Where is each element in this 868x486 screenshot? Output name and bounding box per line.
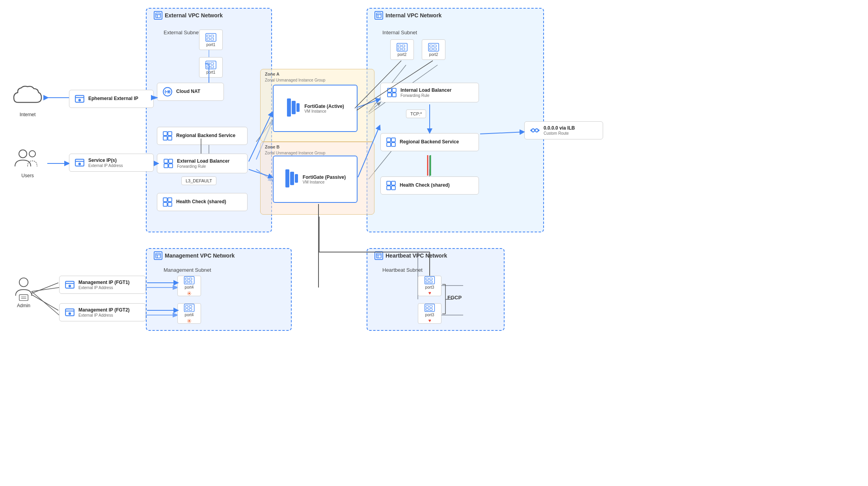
mgmt-ip-fgt1-title: Management IP (FGT1) xyxy=(78,280,130,286)
port2-left-box[interactable]: port2 xyxy=(390,39,414,60)
svg-rect-76 xyxy=(163,202,167,206)
custom-route-node[interactable]: 0.0.0.0 via ILB Custom Route xyxy=(524,121,603,139)
svg-rect-66 xyxy=(164,159,168,163)
svg-rect-52 xyxy=(211,38,214,40)
port4-bottom-box[interactable]: port4 xyxy=(177,303,201,324)
svg-point-38 xyxy=(19,150,27,158)
heart-icon-top: ♥ xyxy=(428,290,431,296)
svg-line-21 xyxy=(32,291,59,315)
svg-rect-74 xyxy=(163,198,167,202)
svg-rect-85 xyxy=(287,98,291,117)
svg-point-126 xyxy=(538,130,540,132)
custom-route-icon xyxy=(529,125,540,136)
gear-icon-bottom xyxy=(187,319,192,323)
svg-rect-112 xyxy=(391,143,395,147)
zone-b-sublabel: Zonal Unmanaged Instance Group xyxy=(265,151,325,155)
heartbeat-vpc-label: Heartbeat VPC Network xyxy=(386,252,447,259)
external-vpc-label: External VPC Network xyxy=(165,12,223,19)
svg-rect-101 xyxy=(387,88,391,92)
admin-icon-group: Admin xyxy=(12,276,35,308)
svg-rect-88 xyxy=(285,169,289,187)
svg-rect-150 xyxy=(430,306,432,308)
external-lb-title: External Load Balancer xyxy=(177,158,229,165)
svg-rect-119 xyxy=(387,186,391,190)
svg-rect-111 xyxy=(387,143,391,147)
cloud-nat-node[interactable]: Cloud NAT xyxy=(157,83,224,101)
regional-backend-int-node[interactable]: Regional Backend Service xyxy=(380,133,479,151)
svg-rect-32 xyxy=(156,253,160,258)
port3-top-box[interactable]: port3 ♥ xyxy=(418,276,441,296)
svg-rect-144 xyxy=(426,278,428,280)
management-vpc-label: Management VPC Network xyxy=(165,252,235,259)
fortigate-active-subtitle: VM Instance xyxy=(304,109,344,113)
ephemeral-ip-title: Ephemeral External IP xyxy=(88,96,138,102)
mgmt-ip-fgt2-icon xyxy=(64,307,75,318)
port2-left-label: port2 xyxy=(398,52,407,57)
mgmt-ip-fgt1-node[interactable]: Management IP (FGT1) External IP Address xyxy=(59,276,146,294)
regional-backend-ext-node[interactable]: Regional Backend Service xyxy=(157,127,248,145)
admin-person-icon xyxy=(12,276,35,301)
svg-rect-58 xyxy=(163,132,167,135)
svg-line-182 xyxy=(32,283,58,293)
internal-lb-node[interactable]: Internal Load Balancer Forwarding Rule xyxy=(380,83,479,102)
heart-icon-bottom: ♥ xyxy=(428,318,431,323)
port3-top-label: port3 xyxy=(425,285,434,289)
fortigate-active-text: FortiGate (Active) VM Instance xyxy=(304,104,344,113)
internal-vpc-icon xyxy=(374,11,383,20)
svg-rect-100 xyxy=(434,48,436,50)
svg-rect-98 xyxy=(434,45,436,47)
svg-rect-104 xyxy=(392,93,396,97)
external-lb-icon xyxy=(163,158,174,169)
service-ip-text: Service IP(s) External IP Address xyxy=(88,158,123,168)
health-check-ext-node[interactable]: Health Check (shared) xyxy=(157,193,248,211)
svg-line-183 xyxy=(32,295,58,310)
users-icon-group: Users xyxy=(12,146,43,178)
service-ip-node[interactable]: Service IP(s) External IP Address xyxy=(69,154,154,172)
fortigate-active-icon xyxy=(286,98,300,119)
ephemeral-ip-text: Ephemeral External IP xyxy=(88,96,138,102)
svg-rect-117 xyxy=(387,181,391,185)
svg-rect-151 xyxy=(426,308,428,310)
svg-rect-135 xyxy=(189,278,192,280)
svg-rect-26 xyxy=(156,13,160,18)
svg-rect-59 xyxy=(168,132,172,135)
svg-rect-120 xyxy=(391,186,395,190)
service-ip-icon xyxy=(74,157,85,168)
fortigate-passive-title: FortiGate (Passive) xyxy=(303,174,346,180)
port2-right-box[interactable]: port2 xyxy=(422,39,445,60)
ephemeral-ip-node[interactable]: Ephemeral External IP xyxy=(69,90,154,108)
svg-rect-55 xyxy=(211,63,214,65)
svg-point-125 xyxy=(530,130,532,132)
fortigate-active-box[interactable]: FortiGate (Active) VM Instance xyxy=(273,85,358,132)
fgcp-label: FGCP xyxy=(447,295,462,301)
health-check-int-node[interactable]: Health Check (shared) xyxy=(380,176,479,195)
regional-backend-int-icon xyxy=(386,137,397,148)
admin-label: Admin xyxy=(17,303,30,308)
svg-rect-94 xyxy=(398,48,401,50)
port1-bottom-label: port1 xyxy=(207,70,216,74)
health-check-int-text: Health Check (shared) xyxy=(400,182,450,189)
regional-backend-int-text: Regional Backend Service xyxy=(400,139,459,145)
health-check-ext-text: Health Check (shared) xyxy=(176,199,226,205)
mgmt-ip-fgt2-subtitle: External IP Address xyxy=(78,313,130,317)
port3-bottom-box[interactable]: port3 ♥ xyxy=(418,303,441,324)
internal-lb-text: Internal Load Balancer Forwarding Rule xyxy=(400,87,451,98)
port3-bottom-icon xyxy=(424,304,435,312)
fortigate-passive-box[interactable]: FortiGate (Passive) VM Instance xyxy=(273,156,358,203)
custom-route-text: 0.0.0.0 via ILB Custom Route xyxy=(544,125,575,136)
svg-rect-29 xyxy=(376,13,381,18)
port4-top-label: port4 xyxy=(185,285,194,289)
svg-rect-69 xyxy=(169,164,173,168)
port1-bottom-box[interactable]: port1 xyxy=(199,57,223,78)
users-people-icon xyxy=(12,146,43,171)
port4-top-box[interactable]: port4 xyxy=(177,276,201,296)
svg-rect-57 xyxy=(211,66,214,68)
port1-top-box[interactable]: port1 xyxy=(199,30,223,50)
heartbeat-vpc-header: Heartbeat VPC Network xyxy=(374,251,447,260)
external-lb-node[interactable]: External Load Balancer Forwarding Rule xyxy=(157,154,248,173)
internet-label: Internet xyxy=(20,112,36,117)
ephemeral-ip-icon xyxy=(74,93,85,104)
port4-bottom-label: port4 xyxy=(185,313,194,317)
mgmt-ip-fgt2-node[interactable]: Management IP (FGT2) External IP Address xyxy=(59,303,146,321)
svg-point-46 xyxy=(79,99,80,101)
